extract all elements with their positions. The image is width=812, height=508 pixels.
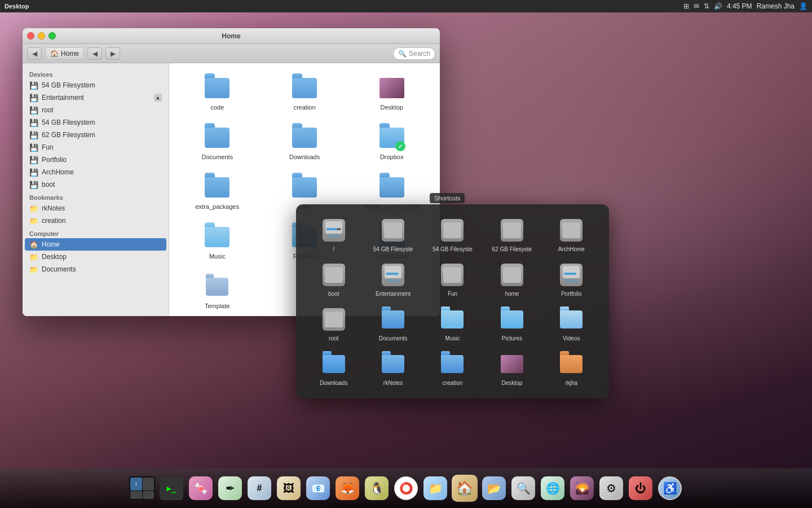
calculator-dock[interactable]: # — [246, 475, 272, 501]
workspace-switcher[interactable]: 1 — [129, 475, 155, 501]
shortcut-documents[interactable]: Documents — [364, 303, 421, 345]
bookmarks-section-label: Bookmarks — [23, 191, 169, 202]
hdd-icon-5: 💾 — [29, 130, 38, 139]
folder-item-template[interactable]: Template — [176, 269, 259, 314]
thunderbird-dock[interactable]: 📧 — [305, 475, 331, 501]
folder-item-documents[interactable]: Documents — [176, 120, 259, 165]
shortcut-portfolio[interactable]: 74.2% Portfolio — [543, 258, 600, 300]
sidebar-item-root[interactable]: 💾 root — [23, 104, 169, 116]
sidebar-item-home[interactable]: 🏠 Home — [25, 238, 166, 251]
shortcut-icon-rknotes — [379, 351, 407, 378]
sidebar-item-archhome[interactable]: 💾 ArchHome — [23, 166, 169, 178]
firefox-dock[interactable]: 🦊 — [334, 475, 360, 501]
folder-item-code[interactable]: code — [176, 70, 259, 115]
transfer-tray-icon[interactable]: ⇅ — [704, 2, 709, 10]
shortcut-videos[interactable]: Videos — [543, 303, 600, 345]
folder-item-creation[interactable]: creation — [263, 70, 346, 115]
shortcut-54gb-2[interactable]: 54 GB Filesyste — [424, 213, 481, 256]
shortcut-boot[interactable]: boot — [305, 258, 362, 300]
settings-dock[interactable]: ⚙ — [598, 475, 624, 501]
shortcut-icon-home-fs — [498, 261, 526, 288]
shortcuts-tooltip: Shortcuts — [430, 193, 465, 203]
sidebar-item-54gb-2[interactable]: 💾 54 GB Filesystem — [23, 116, 169, 129]
user-name: Ramesh Jha — [757, 2, 795, 10]
sidebar-item-desktop[interactable]: 📁 Desktop — [23, 251, 169, 263]
accessibility-dock[interactable]: ♿ — [657, 475, 683, 501]
folder-item-downloads[interactable]: Downloads — [263, 120, 346, 165]
shortcut-54gb-1[interactable]: 54 GB Filesyste — [364, 213, 421, 256]
terminal-dock[interactable]: ▶_ — [158, 475, 184, 501]
folder-item-desktop[interactable]: Desktop — [350, 70, 433, 115]
volume-tray-icon[interactable]: 🔊 — [714, 2, 722, 10]
network-dock[interactable]: 🌐 — [540, 475, 566, 501]
power-dock[interactable]: ⏻ — [628, 475, 654, 501]
tux-dock[interactable]: 🐧 — [364, 475, 390, 501]
minimize-button[interactable] — [38, 32, 45, 40]
folder-item-music[interactable]: Music — [176, 219, 259, 264]
folder-icon-extra-packages — [204, 174, 231, 201]
folder-icon-code — [204, 75, 231, 102]
shortcut-root[interactable]: root — [305, 303, 362, 345]
package-manager-dock[interactable]: 🍬 — [188, 475, 214, 501]
mail-tray-icon[interactable]: ✉ — [694, 2, 699, 10]
location-button[interactable]: 🏠 Home — [45, 47, 84, 60]
eject-button[interactable]: ▲ — [154, 94, 162, 102]
folder-icon-documents: 📁 — [29, 265, 38, 274]
shortcuts-grid: 74.2% / 54 GB Filesyste 54 GB Filesyste — [305, 213, 600, 389]
shortcut-icon-54gb-2 — [439, 217, 466, 244]
wallpaper-dock[interactable]: 🌄 — [569, 475, 595, 501]
sidebar-item-portfolio[interactable]: 💾 Portfolio — [23, 154, 169, 166]
window-title: Home — [222, 32, 240, 40]
shortcut-desktop[interactable]: Desktop — [483, 347, 540, 389]
shortcut-creation[interactable]: creation — [424, 347, 481, 389]
clock: 4:45 PM — [727, 2, 752, 10]
top-bar: Desktop ⊞ ✉ ⇅ 🔊 4:45 PM Ramesh Jha 👤 — [0, 0, 812, 12]
magnifier-dock[interactable]: 🔍 — [510, 475, 536, 501]
sidebar-item-entertainment[interactable]: 💾 Entertainment ▲ — [23, 91, 169, 104]
back-button[interactable]: ◀ — [87, 47, 102, 60]
computer-section-label: Computer — [23, 227, 169, 238]
home-shortcut-dock[interactable]: 🏠 — [452, 475, 478, 501]
folder-item-extra-packages[interactable]: extra_packages — [176, 169, 259, 214]
shortcut-archhome[interactable]: ArchHome — [543, 213, 600, 256]
sidebar-item-creation[interactable]: 📁 creation — [23, 214, 169, 227]
shortcut-62gb[interactable]: 62 GB Filesyste — [483, 213, 540, 256]
hdd-icon: 💾 — [29, 81, 38, 90]
shortcut-pictures[interactable]: Pictures — [483, 303, 540, 345]
sidebar-item-boot[interactable]: 💾 boot — [23, 178, 169, 191]
sidebar-item-54gb-1[interactable]: 💾 54 GB Filesystem — [23, 79, 169, 91]
folder-dock[interactable]: 📂 — [481, 475, 507, 501]
dock: 1 ▶_ 🍬 ✒ # 🖼 📧 — [0, 468, 812, 508]
toggle-sidebar-button[interactable]: ◀ — [27, 47, 42, 60]
hdd-icon-3: 💾 — [29, 106, 38, 115]
shortcut-fun[interactable]: Fun — [424, 258, 481, 300]
hdd-icon-8: 💾 — [29, 168, 38, 177]
shortcut-icon-54gb-1 — [379, 217, 407, 244]
folder-icon-documents-main — [204, 124, 231, 151]
folder-item-dropbox[interactable]: ✓ Dropbox — [350, 120, 433, 165]
folder-icon-music — [204, 224, 231, 251]
search-box[interactable]: 🔍 Search — [393, 47, 435, 60]
shortcut-rkjha[interactable]: rkjha — [543, 347, 600, 389]
close-button[interactable] — [27, 32, 34, 40]
location-label: Home — [61, 50, 79, 58]
image-viewer-dock[interactable]: 🖼 — [276, 475, 302, 501]
maximize-button[interactable] — [48, 32, 56, 40]
sidebar-item-rknotes[interactable]: 📁 rkNotes — [23, 202, 169, 214]
shortcut-music[interactable]: Music — [424, 303, 481, 345]
shortcut-icon-root — [320, 306, 347, 333]
shortcut-home-fs[interactable]: home — [483, 258, 540, 300]
sidebar-item-documents[interactable]: 📁 Documents — [23, 263, 169, 275]
shortcut-downloads[interactable]: Downloads — [305, 347, 362, 389]
forward-button[interactable]: ▶ — [105, 47, 120, 60]
text-editor-dock[interactable]: ✒ — [217, 475, 243, 501]
shortcut-rknotes[interactable]: rkNotes — [364, 347, 421, 389]
file-manager-dock[interactable]: 📁 — [422, 475, 448, 501]
home-sidebar-icon: 🏠 — [29, 240, 38, 249]
sidebar-item-fun[interactable]: 💾 Fun — [23, 141, 169, 154]
network-tray-icon[interactable]: ⊞ — [683, 2, 689, 10]
chrome-dock[interactable]: ⭕ — [393, 475, 419, 501]
shortcut-entertainment[interactable]: 76.0% Entertainment — [364, 258, 421, 300]
sidebar-item-62gb[interactable]: 💾 62 GB Filesystem — [23, 129, 169, 141]
shortcut-root-fs[interactable]: 74.2% / — [305, 213, 362, 256]
